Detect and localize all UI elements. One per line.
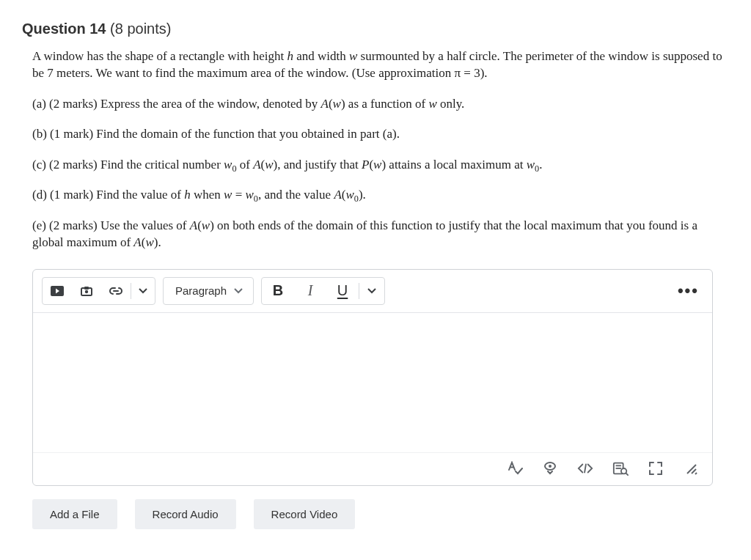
paragraph-label: Paragraph bbox=[175, 284, 227, 297]
rich-text-editor: Paragraph B I U ••• bbox=[32, 269, 713, 486]
chevron-down-icon bbox=[234, 288, 243, 294]
underline-button[interactable]: U bbox=[326, 278, 359, 304]
svg-point-7 bbox=[549, 465, 552, 468]
insert-link-button[interactable] bbox=[101, 278, 131, 304]
editor-content-area[interactable] bbox=[33, 313, 712, 452]
preview-button[interactable] bbox=[612, 460, 629, 476]
svg-line-14 bbox=[687, 465, 696, 474]
accessibility-button[interactable] bbox=[542, 460, 558, 476]
paragraph-style-dropdown[interactable]: Paragraph bbox=[164, 278, 253, 304]
question-part-e: (e) (2 marks) Use the values of A(w) on … bbox=[32, 217, 729, 251]
question-body: A window has the shape of a rectangle wi… bbox=[22, 48, 729, 251]
question-part-c: (c) (2 marks) Find the critical number w… bbox=[32, 156, 729, 173]
editor-toolbar: Paragraph B I U ••• bbox=[33, 270, 712, 313]
record-audio-button[interactable]: Record Audio bbox=[135, 499, 236, 529]
question-part-b: (b) (1 mark) Find the domain of the func… bbox=[32, 125, 729, 142]
svg-line-8 bbox=[585, 464, 586, 472]
insert-more-dropdown[interactable] bbox=[131, 278, 155, 304]
format-more-dropdown[interactable] bbox=[359, 278, 384, 304]
question-number: Question 14 bbox=[22, 21, 106, 37]
svg-point-3 bbox=[85, 290, 88, 292]
bold-button[interactable]: B bbox=[262, 278, 294, 304]
question-title: Question 14 (8 points) bbox=[22, 21, 729, 37]
svg-line-16 bbox=[695, 473, 697, 474]
italic-button[interactable]: I bbox=[294, 278, 326, 304]
svg-line-15 bbox=[692, 469, 696, 474]
more-options-button[interactable]: ••• bbox=[678, 281, 699, 301]
resize-handle[interactable] bbox=[683, 460, 699, 476]
paragraph-group: Paragraph bbox=[163, 277, 254, 305]
editor-footer bbox=[33, 452, 712, 485]
attachment-actions: Add a File Record Audio Record Video bbox=[32, 499, 729, 529]
question-part-d: (d) (1 mark) Find the value of h when w … bbox=[32, 186, 729, 203]
svg-rect-2 bbox=[84, 287, 89, 290]
spellcheck-button[interactable] bbox=[507, 460, 523, 476]
svg-line-13 bbox=[626, 473, 628, 475]
question-intro: A window has the shape of a rectangle wi… bbox=[32, 48, 729, 82]
insert-image-button[interactable] bbox=[72, 278, 101, 304]
format-group: B I U bbox=[261, 277, 385, 305]
question-points: (8 points) bbox=[110, 21, 171, 37]
record-video-button[interactable]: Record Video bbox=[254, 499, 356, 529]
question-part-a: (a) (2 marks) Express the area of the wi… bbox=[32, 95, 729, 112]
html-source-button[interactable] bbox=[577, 460, 593, 476]
add-file-button[interactable]: Add a File bbox=[32, 499, 117, 529]
insert-group bbox=[42, 277, 155, 305]
insert-video-button[interactable] bbox=[43, 278, 72, 304]
fullscreen-button[interactable] bbox=[648, 460, 664, 476]
